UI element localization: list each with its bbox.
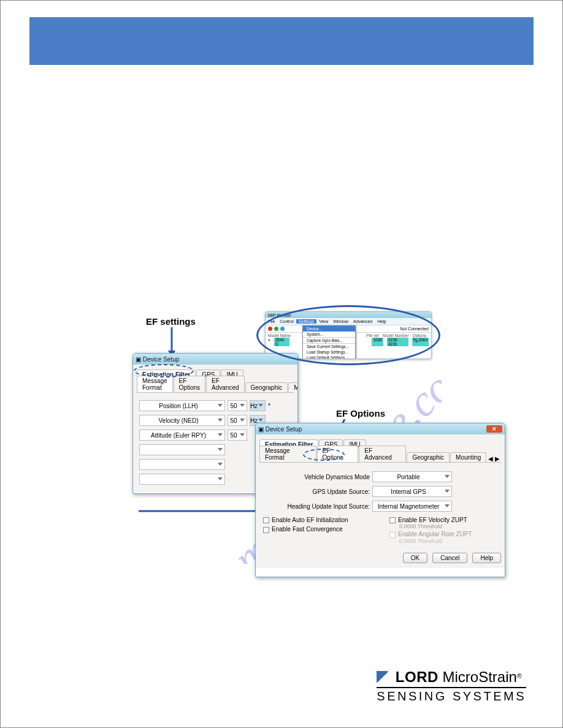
dialog2-title: Device Setup bbox=[266, 426, 302, 433]
subtab-mounting-2[interactable]: Mounting bbox=[450, 452, 486, 462]
check-vel-zupt[interactable]: Enable EF Velocity ZUPT bbox=[389, 517, 497, 523]
subtab-ef-options[interactable]: EF Options bbox=[174, 376, 205, 392]
tab-nav-arrows-2[interactable]: ◀ ▶ bbox=[487, 455, 501, 462]
menu-advanced[interactable]: Advanced bbox=[351, 319, 375, 324]
value-heading-source[interactable]: Internal Magnetometer bbox=[372, 501, 452, 512]
mip-title: MIP Monitor bbox=[268, 313, 291, 317]
hdr-modelnum: Model Number bbox=[383, 333, 409, 338]
callout-ef-options-label: EF Options bbox=[336, 408, 385, 419]
ok-button[interactable]: OK bbox=[403, 553, 427, 563]
label-gps-source: GPS Update Source: bbox=[263, 488, 370, 495]
dropdown-item[interactable]: Load Default Settings... bbox=[303, 355, 355, 359]
menu-file[interactable]: File bbox=[266, 319, 277, 324]
dialog1-titlebar: ▣ Device Setup bbox=[133, 354, 297, 365]
subtab-ef-options-2[interactable]: EF Options bbox=[317, 446, 359, 462]
dropdown-item[interactable]: System... bbox=[303, 332, 355, 337]
logo-brand-microstrain: MicroStrain bbox=[439, 669, 517, 685]
stop-icon[interactable] bbox=[280, 327, 285, 331]
footer-logo: LORD MicroStrain® SENSING SYSTEMS bbox=[377, 669, 526, 703]
check-fast-conv[interactable]: Enable Fast Convergence bbox=[263, 526, 371, 533]
menu-view[interactable]: View bbox=[316, 319, 331, 324]
play-icon[interactable] bbox=[274, 327, 278, 331]
unit-position[interactable]: Hz bbox=[250, 400, 266, 411]
hdr-fw: FW ver bbox=[366, 333, 379, 338]
rate-velocity[interactable]: 50 bbox=[228, 415, 247, 426]
subtab-ef-advanced-2[interactable]: EF Advanced bbox=[359, 446, 406, 462]
check-auto-init[interactable]: Enable Auto EF Initialization bbox=[263, 517, 371, 523]
cell-options: 5g,300d bbox=[412, 338, 429, 346]
menu-settings[interactable]: Settings bbox=[296, 319, 316, 324]
cell-model-name[interactable]: 3DM-G bbox=[274, 338, 289, 346]
label-vehicle-dynamics: Vehicle Dynamics Mode bbox=[263, 474, 370, 480]
dialog2-titlebar: ▣ Device Setup ✕ bbox=[256, 423, 505, 434]
required-mark: * bbox=[268, 403, 270, 409]
subtab-mounting[interactable]: Mounting bbox=[288, 382, 298, 392]
dropdown-device[interactable]: Device... bbox=[303, 326, 355, 332]
cell-fw: 1006 bbox=[372, 338, 383, 346]
menu-help[interactable]: Help bbox=[375, 319, 388, 324]
subtab-message-format[interactable]: Message Format bbox=[137, 376, 173, 392]
help-button[interactable]: Help bbox=[472, 553, 501, 563]
ang-threshold: 0.0000 Threshold bbox=[389, 538, 497, 544]
cell-modelnum: 6236-4220 bbox=[387, 338, 408, 346]
hdr-model-name: Model Name bbox=[268, 333, 301, 338]
empty-field[interactable] bbox=[139, 459, 225, 470]
dropdown-item[interactable]: Save Current Settings... bbox=[303, 343, 355, 349]
subtab-geographic-2[interactable]: Geographic bbox=[407, 452, 450, 462]
field-attitude-euler[interactable]: Attitude (Euler RPY) bbox=[139, 430, 225, 441]
mip-monitor-window: MIP Monitor File Control Settings View W… bbox=[265, 311, 432, 359]
value-gps-source[interactable]: Internal GPS bbox=[372, 486, 452, 497]
logo-mark bbox=[377, 671, 389, 683]
vel-threshold: 0.0000 Threshold bbox=[389, 523, 497, 529]
callout-ef-settings-label: EF settings bbox=[146, 316, 196, 327]
rate-attitude[interactable]: 50 bbox=[228, 430, 247, 441]
settings-dropdown: Device... System... Capture Gyro Bias...… bbox=[302, 325, 356, 359]
record-icon[interactable] bbox=[268, 327, 272, 331]
field-velocity-ned[interactable]: Velocity (NED) bbox=[139, 415, 225, 426]
cancel-button[interactable]: Cancel bbox=[432, 553, 467, 563]
empty-field[interactable] bbox=[139, 444, 225, 455]
subtab-ef-advanced[interactable]: EF Advanced bbox=[206, 376, 244, 392]
mip-menubar: File Control Settings View Window Advanc… bbox=[266, 318, 431, 325]
logo-reg: ® bbox=[517, 672, 522, 680]
dropdown-item[interactable]: Load Startup Settings... bbox=[303, 349, 355, 355]
menu-window[interactable]: Window bbox=[331, 319, 351, 324]
device-setup-dialog-2: ▣ Device Setup ✕ Estimation Filter GPS I… bbox=[255, 423, 505, 577]
hdr-options: Options bbox=[413, 333, 426, 338]
subtab-geographic[interactable]: Geographic bbox=[245, 382, 288, 392]
check-ang-zupt: Enable Angular Rate ZUPT bbox=[389, 531, 497, 537]
subtab-message-format-2[interactable]: Message Format bbox=[259, 446, 316, 462]
label-heading-source: Heading Update Input Source: bbox=[263, 503, 370, 510]
empty-field[interactable] bbox=[139, 474, 225, 485]
rate-position[interactable]: 50 bbox=[228, 400, 247, 411]
mip-titlebar: MIP Monitor bbox=[266, 312, 431, 318]
logo-brand-lord: LORD bbox=[396, 669, 439, 685]
value-vehicle-dynamics[interactable]: Portable bbox=[372, 471, 452, 482]
field-position-llh[interactable]: Position (LLH) bbox=[139, 400, 225, 411]
top-banner bbox=[29, 17, 534, 65]
close-icon[interactable]: ✕ bbox=[486, 425, 502, 433]
dropdown-item[interactable]: Capture Gyro Bias... bbox=[303, 337, 355, 343]
menu-control[interactable]: Control bbox=[277, 319, 296, 324]
logo-subtitle: SENSING SYSTEMS bbox=[377, 687, 526, 703]
status-text: Not Connected bbox=[400, 327, 429, 331]
dialog1-title: Device Setup bbox=[143, 356, 179, 363]
